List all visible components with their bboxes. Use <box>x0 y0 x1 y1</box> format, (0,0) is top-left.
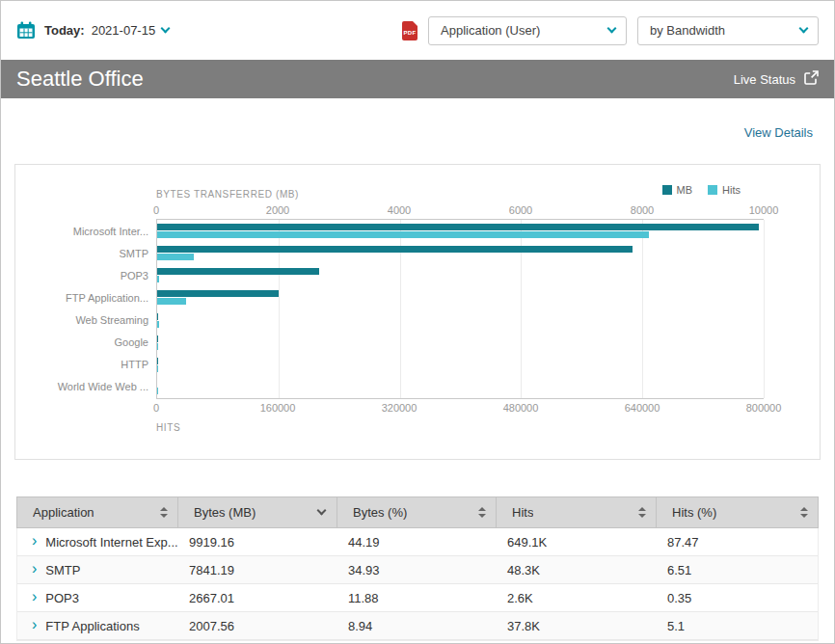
hits-bar[interactable] <box>157 254 194 260</box>
column-header-label: Application <box>33 505 94 520</box>
hits-bar[interactable] <box>157 231 649 238</box>
application-cell: ›Microsoft Internet Exp... <box>17 528 177 555</box>
sort-icon <box>478 507 486 518</box>
table-row[interactable]: ›Microsoft Internet Exp...9919.1644.1964… <box>17 528 818 556</box>
pdf-fold-corner <box>413 21 418 26</box>
hits-bar[interactable] <box>157 343 158 350</box>
pdf-export-icon[interactable]: PDF <box>402 21 418 40</box>
chevron-down-icon <box>799 24 809 34</box>
bottom-axis-tick-label: 320000 <box>382 402 418 414</box>
legend-label: Hits <box>722 184 741 196</box>
bytes-mb-cell: 7841.19 <box>177 556 337 583</box>
hits-cell: 48.3K <box>496 556 656 583</box>
live-status-link[interactable]: Live Status <box>734 70 819 88</box>
column-header-hits[interactable]: Hits (%) <box>656 497 818 527</box>
bytes-mb-cell: 2667.01 <box>177 584 337 611</box>
bytes-pct-cell: 11.88 <box>337 584 496 611</box>
legend-item-mb: MB <box>662 184 693 196</box>
top-axis-tick-label: 10000 <box>749 204 779 216</box>
legend-item-hits: Hits <box>708 184 741 196</box>
chart-category-row: Microsoft Inter... <box>157 220 764 242</box>
chevron-shape <box>316 506 326 516</box>
mb-bar[interactable] <box>157 224 759 230</box>
table-row[interactable]: ›FTP Applications2007.568.9437.8K5.1 <box>17 612 818 640</box>
external-link-icon <box>804 70 819 88</box>
application-name: FTP Applications <box>45 619 139 633</box>
table-header-row: ApplicationBytes (MB)Bytes (%)HitsHits (… <box>16 496 819 528</box>
bytes-pct-cell: 8.94 <box>337 612 496 639</box>
chart-category-row: Google <box>157 332 764 354</box>
sort-up-arrow <box>160 507 168 511</box>
legend-swatch-icon <box>662 185 672 195</box>
column-header-hits[interactable]: Hits <box>496 497 656 527</box>
chart-header: BYTES TRANSFERRED (MB) MBHits <box>156 184 820 198</box>
expand-chevron-icon[interactable]: › <box>32 561 37 577</box>
sort-by-value: by Bandwidth <box>650 23 725 38</box>
hits-cell: 37.8K <box>496 612 656 639</box>
top-axis-tick-label: 6000 <box>509 204 532 216</box>
sort-icon <box>638 507 646 518</box>
sort-by-dropdown[interactable]: by Bandwidth <box>637 16 819 45</box>
application-name: Microsoft Internet Exp... <box>45 535 177 550</box>
chevron-down-icon <box>607 24 617 34</box>
bandwidth-chart: BYTES TRANSFERRED (MB) MBHits 0200040006… <box>14 164 821 460</box>
legend-label: MB <box>677 184 693 196</box>
chart-category-row: World Wide Web ... <box>157 376 764 398</box>
mb-bar[interactable] <box>157 290 279 297</box>
column-header-label: Hits <box>512 505 533 520</box>
plot-wrap: 0200040006000800010000 Microsoft Inter..… <box>156 203 764 433</box>
date-label: Today: <box>44 23 85 38</box>
sort-down-arrow <box>478 514 486 518</box>
bytes-mb-cell: 2007.56 <box>177 612 337 639</box>
application-table: ApplicationBytes (MB)Bytes (%)HitsHits (… <box>16 496 819 641</box>
pdf-icon-label: PDF <box>404 30 417 36</box>
topbar: Today: 2021-07-15 PDF Application (User)… <box>1 1 834 60</box>
column-header-application[interactable]: Application <box>17 497 177 527</box>
category-label: Google <box>115 336 148 348</box>
chart-category-row: HTTP <box>157 354 764 376</box>
chart-category-row: SMTP <box>157 242 764 264</box>
expand-chevron-icon[interactable]: › <box>32 589 37 604</box>
sort-up-arrow <box>800 507 808 511</box>
application-name: SMTP <box>45 563 80 577</box>
column-header-bytes[interactable]: Bytes (%) <box>337 497 496 527</box>
table-row[interactable]: ›SMTP7841.1934.9348.3K6.51 <box>17 556 818 584</box>
sort-down-arrow <box>638 514 646 518</box>
mb-bar[interactable] <box>157 268 319 275</box>
sort-down-arrow <box>160 514 168 518</box>
mb-bar[interactable] <box>157 246 633 253</box>
date-selector[interactable]: Today: 2021-07-15 <box>44 23 169 38</box>
category-label: FTP Application... <box>66 292 148 304</box>
view-details-link[interactable]: View Details <box>744 125 813 140</box>
legend-swatch-icon <box>708 185 717 195</box>
sort-icon <box>160 507 168 518</box>
expand-chevron-icon[interactable]: › <box>32 533 37 549</box>
category-label: HTTP <box>121 359 148 370</box>
report-type-value: Application (User) <box>441 23 540 38</box>
category-label: SMTP <box>119 248 148 259</box>
plot-area: Microsoft Inter...SMTPPOP3FTP Applicatio… <box>156 219 764 399</box>
page-title: Seattle Office <box>16 67 144 92</box>
gridline <box>764 220 765 398</box>
table-body: ›Microsoft Internet Exp...9919.1644.1964… <box>16 528 819 641</box>
bottom-axis-tick-label: 160000 <box>260 402 296 414</box>
table-row[interactable]: ›POP32667.0111.882.6K0.35 <box>17 584 818 612</box>
hits-cell: 649.1K <box>496 528 656 555</box>
top-axis-tick-label: 0 <box>153 204 159 216</box>
chart-category-row: POP3 <box>157 264 764 286</box>
hits-bar[interactable] <box>157 276 159 282</box>
hits-bar[interactable] <box>157 298 186 305</box>
column-header-label: Bytes (MB) <box>194 505 256 520</box>
chart-category-row: FTP Application... <box>157 286 764 309</box>
hits-bar[interactable] <box>157 321 159 328</box>
expand-chevron-icon[interactable]: › <box>32 617 37 632</box>
column-header-bytes-mb[interactable]: Bytes (MB) <box>177 497 337 527</box>
hits-pct-cell: 0.35 <box>656 584 818 611</box>
report-type-dropdown[interactable]: Application (User) <box>428 16 627 45</box>
hits-pct-cell: 5.1 <box>656 612 818 639</box>
top-axis-tick-label: 8000 <box>631 204 654 216</box>
column-header-label: Bytes (%) <box>353 505 407 520</box>
sort-descending-icon <box>315 507 327 519</box>
calendar-icon[interactable] <box>16 21 36 40</box>
page-header: Seattle Office Live Status <box>1 60 834 98</box>
